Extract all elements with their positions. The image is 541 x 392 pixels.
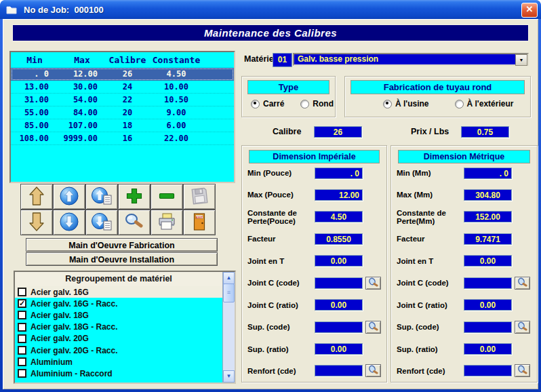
main-doeuvre-fabrication-button[interactable]: Main d'Oeuvre Fabrication	[26, 238, 218, 252]
table-row[interactable]: 108.00 9999.00 16 22.00	[11, 132, 234, 145]
toolbar-button-print[interactable]	[151, 210, 183, 235]
combo-dropdown-button[interactable]: ▼	[515, 54, 527, 66]
list-item[interactable]: ✓ Acier galv. 18G	[15, 309, 223, 321]
checkbox[interactable]: ✓	[18, 299, 26, 308]
toolbar-button-exit[interactable]: EXIT	[183, 210, 216, 235]
toolbar-button-arrow-up[interactable]	[20, 184, 53, 210]
table-row[interactable]: . 0 12.00 26 4.50	[11, 68, 234, 81]
table-row[interactable]: 55.00 84.00 20 9.00	[11, 106, 234, 119]
max-mm-field[interactable]: 304.80	[464, 189, 512, 201]
field-row: Facteur 9.7471	[397, 233, 536, 245]
table-row[interactable]: 31.00 54.00 22 10.50	[11, 94, 234, 106]
renfort-cde-metric-field[interactable]	[464, 365, 512, 376]
toolbar-button-circle-arrow-down-doc[interactable]	[85, 210, 118, 235]
lookup-button[interactable]	[365, 364, 381, 377]
checkbox[interactable]: ✓	[18, 369, 26, 378]
checkbox[interactable]: ✓	[18, 323, 26, 332]
lookup-button[interactable]	[365, 321, 381, 334]
cell-min: 55.00	[11, 106, 58, 119]
floppy-save-icon	[190, 187, 209, 208]
scroll-thumb[interactable]: ≡	[223, 283, 235, 302]
prix-lbs-value-field[interactable]: 0.75	[461, 126, 509, 138]
list-item[interactable]: ✓ Acier galv. 20G - Racc.	[15, 345, 223, 356]
min-pouce-field[interactable]: . 0	[315, 168, 363, 179]
list-item[interactable]: ✓ Aluminium	[15, 356, 223, 368]
lookup-button[interactable]	[515, 364, 530, 377]
toolbar-button-circle-arrow-down[interactable]	[53, 210, 85, 235]
min-mm-field[interactable]: . 0	[464, 168, 512, 179]
sup-code-metric-field[interactable]	[464, 321, 512, 333]
window-title: No de Job: 000100	[24, 5, 104, 15]
combobox-value: Galv. basse pression	[298, 54, 378, 64]
sup-code-imperial-field[interactable]	[315, 321, 363, 333]
page-title-banner: Maintenance des Calibres	[12, 24, 529, 41]
field-label: Renfort (cde)	[247, 367, 315, 375]
renfort-cde-imperial-field[interactable]	[315, 365, 363, 376]
toolbar-button-search[interactable]	[118, 210, 151, 235]
header-cell-calibre: Calibre	[106, 55, 149, 65]
cell-min: . 0	[11, 68, 58, 80]
list-scrollbar[interactable]: ▲ ≡ ▼	[222, 272, 235, 383]
cell-calibre: 16	[106, 132, 149, 144]
table-row[interactable]: 85.00 107.00 18 6.00	[11, 119, 234, 132]
lookup-button[interactable]	[515, 321, 530, 334]
field-row: Joint en T 0.00	[247, 255, 385, 267]
joint-en-t-imperial-field[interactable]: 0.00	[315, 255, 363, 267]
facteur-metric-field[interactable]: 9.7471	[464, 233, 512, 245]
joint-en-t-metric-field[interactable]: 0.00	[464, 255, 512, 267]
checkbox[interactable]: ✓	[18, 288, 26, 296]
materiel-code-field[interactable]: 01	[273, 53, 292, 67]
field-row: Joint en T 0.00	[397, 255, 536, 267]
magnifier-lookup-icon	[368, 277, 379, 289]
list-item[interactable]: ✓ Aluminium - Raccord	[15, 368, 223, 379]
cell-constante: 6.00	[149, 119, 203, 132]
constante-perte-pouce-field[interactable]: 4.50	[315, 211, 363, 222]
sup-ratio-imperial-field[interactable]: 0.00	[315, 343, 363, 355]
joint-c-code-imperial-field[interactable]	[315, 277, 363, 289]
printer-icon	[157, 212, 177, 233]
checkbox[interactable]: ✓	[18, 311, 26, 319]
close-button[interactable]: ✕	[521, 3, 538, 18]
scroll-down-icon: ▼	[226, 373, 232, 379]
list-item[interactable]: ✓ Acier galv. 16G	[15, 286, 223, 298]
toolbar-button-circle-arrow-up-doc[interactable]	[85, 184, 118, 210]
facteur-imperial-field[interactable]: 0.8550	[315, 233, 363, 245]
joint-c-code-metric-field[interactable]	[464, 277, 512, 289]
list-item-label: Acier galv. 16G	[31, 288, 89, 297]
radio-button-icon	[455, 100, 464, 109]
field-label: Min (Mm)	[397, 169, 464, 177]
checkbox[interactable]: ✓	[18, 346, 26, 355]
checkbox[interactable]: ✓	[18, 334, 26, 343]
toolbar-button-circle-arrow-up[interactable]	[53, 184, 85, 210]
main-doeuvre-installation-button[interactable]: Main d'Oeuvre Installation	[26, 252, 218, 266]
cell-max: 9999.00	[58, 132, 106, 144]
sup-ratio-metric-field[interactable]: 0.00	[464, 343, 512, 355]
prix-lbs-label: Prix / Lbs	[411, 127, 449, 136]
constante-perte-mm-field[interactable]: 152.00	[464, 211, 512, 222]
list-item[interactable]: ✓ Acier galv. 20G	[15, 333, 223, 345]
radio-rond[interactable]: Rond	[300, 99, 334, 109]
scroll-up-button[interactable]: ▲	[223, 272, 235, 284]
joint-c-ratio-imperial-field[interactable]: 0.00	[315, 299, 363, 311]
radio-a-l-exterieur[interactable]: À l'extérieur	[455, 99, 514, 109]
joint-c-ratio-metric-field[interactable]: 0.00	[464, 299, 512, 311]
field-label: Constante de Perte(Mm)	[397, 209, 464, 225]
lookup-button[interactable]	[365, 277, 381, 290]
field-row: Joint C (ratio) 0.00	[247, 299, 385, 311]
toolbar-button-arrow-down[interactable]	[20, 210, 53, 235]
calibre-value-field[interactable]: 26	[314, 126, 362, 138]
checkbox[interactable]: ✓	[18, 357, 26, 366]
toolbar-button-add[interactable]	[118, 184, 151, 210]
materiel-combobox[interactable]: Galv. basse pression ▼	[293, 53, 529, 66]
toolbar-button-remove[interactable]	[151, 184, 183, 210]
list-item[interactable]: ✓ Acier galv. 18G - Racc.	[15, 321, 223, 333]
list-item[interactable]: ✓ Acier galv. 16G - Racc.	[15, 298, 223, 309]
radio-a-l-usine[interactable]: À l'usine	[383, 99, 429, 109]
circle-arrow-up-icon	[59, 186, 79, 208]
max-pouce-field[interactable]: 12.00	[315, 189, 363, 201]
lookup-button[interactable]	[515, 277, 530, 290]
radio-carre[interactable]: Carré	[251, 99, 284, 109]
scroll-down-button[interactable]: ▼	[223, 370, 235, 383]
toolbar-button-save[interactable]	[183, 184, 216, 210]
table-row[interactable]: 13.00 30.00 24 10.00	[11, 81, 234, 94]
